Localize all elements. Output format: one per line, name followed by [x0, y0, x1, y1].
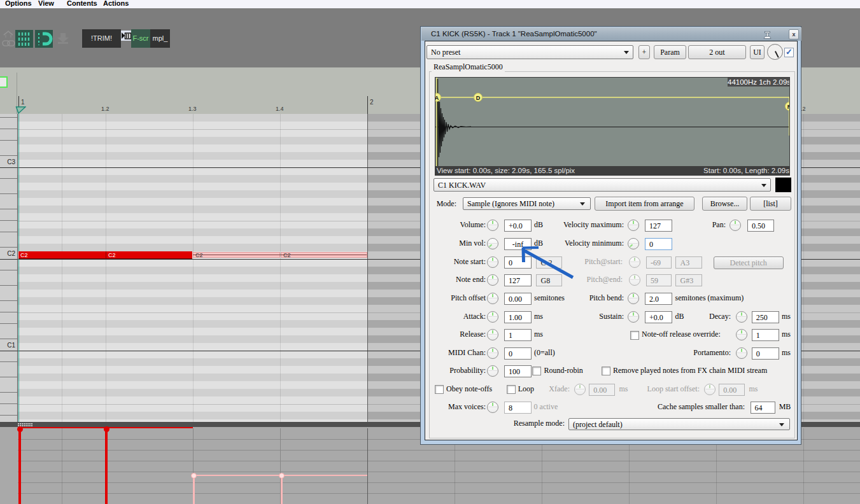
svg-text:R: R — [787, 104, 790, 110]
svg-text:A: A — [435, 95, 439, 101]
svg-text:D: D — [476, 95, 481, 101]
